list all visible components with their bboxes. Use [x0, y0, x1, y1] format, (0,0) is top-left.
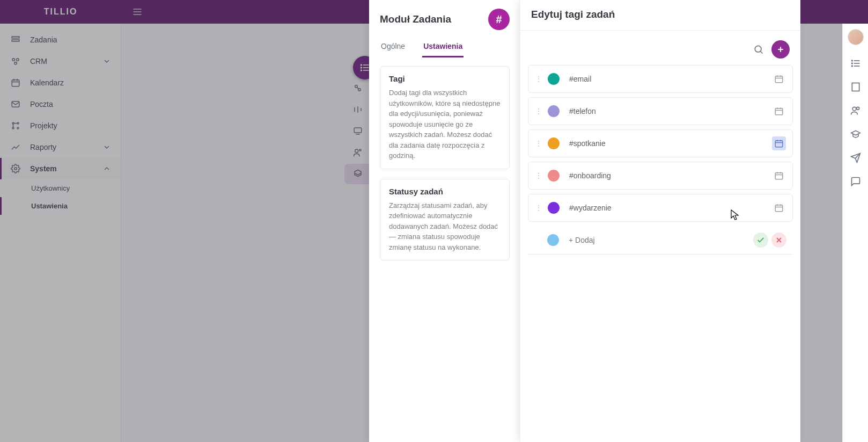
svg-point-72	[851, 60, 852, 61]
rail-chat-button[interactable]	[850, 176, 861, 187]
calendar-icon	[774, 74, 784, 84]
settings-card[interactable]: Statusy zadańZarządzaj statusami zadań, …	[380, 179, 510, 261]
panel1-tab-ogólne[interactable]: Ogólne	[380, 37, 406, 57]
tag-calendar-toggle[interactable]	[772, 136, 786, 150]
module-tasks-panel: Moduł Zadania # OgólneUstawienia TagiDod…	[369, 0, 520, 442]
list-icon	[850, 58, 861, 69]
new-tag-row	[528, 226, 793, 255]
rail-send-button[interactable]	[850, 153, 861, 163]
tag-row[interactable]: ⋮ #onboarding	[528, 162, 793, 190]
search-button[interactable]	[753, 44, 764, 55]
edit-tags-panel: Edytuj tagi zadań ⋮ #email ⋮ #telefon ⋮ …	[520, 0, 800, 442]
panel1-tabs: OgólneUstawienia	[369, 37, 520, 57]
tags-list: ⋮ #email ⋮ #telefon ⋮ #spotkanie ⋮ #onbo…	[520, 65, 800, 222]
panel1-body: TagiDodaj tagi dla wszystkich użytkownik…	[369, 57, 520, 279]
panel1-tab-ustawienia[interactable]: Ustawienia	[422, 37, 464, 57]
rail-list-button[interactable]	[850, 58, 861, 69]
card-text: Zarządzaj statusami zadań, aby zdefiniow…	[389, 200, 501, 253]
settings-card[interactable]: TagiDodaj tagi dla wszystkich użytkownik…	[380, 66, 510, 169]
svg-point-80	[852, 107, 856, 111]
svg-rect-75	[852, 83, 859, 91]
card-title: Tagi	[389, 74, 501, 83]
svg-rect-55	[775, 141, 783, 147]
card-title: Statusy zadań	[389, 187, 501, 196]
tag-name: #telefon	[569, 107, 596, 115]
user-avatar[interactable]	[848, 29, 864, 45]
svg-point-43	[755, 46, 761, 52]
tag-calendar-toggle[interactable]	[772, 104, 786, 118]
card-text: Dodaj tagi dla wszystkich użytkowników, …	[389, 88, 501, 161]
drag-handle[interactable]: ⋮	[535, 107, 548, 115]
cancel-add-button[interactable]	[771, 233, 786, 248]
x-icon	[775, 236, 783, 244]
tag-name: #email	[569, 75, 591, 83]
tag-color-swatch[interactable]	[548, 137, 560, 149]
calendar-icon	[774, 203, 784, 213]
graduation-icon	[850, 129, 861, 140]
tag-color-swatch[interactable]	[548, 105, 560, 117]
search-icon	[753, 44, 764, 55]
tag-name: #onboarding	[569, 171, 611, 180]
tag-name: #spotkanie	[569, 139, 606, 148]
tag-color-swatch[interactable]	[548, 170, 560, 182]
svg-point-81	[856, 107, 859, 110]
svg-rect-51	[775, 108, 783, 115]
calendar-icon	[774, 171, 784, 180]
calendar-icon	[774, 106, 784, 116]
tag-row[interactable]: ⋮ #email	[528, 65, 793, 93]
drag-handle[interactable]: ⋮	[535, 139, 548, 148]
svg-point-73	[851, 63, 852, 64]
tag-row[interactable]: ⋮ #spotkanie	[528, 129, 793, 157]
rail-graduation-button[interactable]	[850, 129, 861, 140]
users-icon	[850, 105, 861, 116]
new-tag-input[interactable]	[569, 236, 750, 244]
tag-color-swatch[interactable]	[548, 73, 560, 85]
tag-row[interactable]: ⋮ #telefon	[528, 97, 793, 125]
drag-handle[interactable]: ⋮	[535, 204, 548, 212]
svg-rect-47	[775, 76, 783, 83]
check-icon	[756, 236, 765, 244]
tag-color-swatch[interactable]	[548, 202, 560, 214]
svg-line-44	[761, 52, 763, 54]
right-rail	[842, 24, 868, 442]
svg-rect-59	[775, 173, 783, 179]
tag-row[interactable]: ⋮ #wydarzenie	[528, 194, 793, 222]
panel1-title: Moduł Zadania	[380, 13, 451, 25]
add-tag-button[interactable]	[771, 40, 790, 59]
rail-users-button[interactable]	[850, 105, 861, 116]
paper-plane-icon	[850, 153, 861, 163]
rail-building-button[interactable]	[850, 82, 861, 92]
hash-badge: #	[488, 9, 510, 30]
chat-icon	[850, 176, 861, 187]
calendar-icon	[774, 139, 784, 148]
panel2-title: Edytuj tagi zadań	[531, 9, 790, 20]
plus-icon	[776, 45, 785, 54]
tag-name: #wydarzenie	[569, 204, 612, 212]
tag-calendar-toggle[interactable]	[772, 201, 786, 215]
new-tag-color-swatch[interactable]	[547, 234, 559, 246]
drag-handle[interactable]: ⋮	[535, 75, 548, 83]
drag-handle[interactable]: ⋮	[535, 171, 548, 180]
svg-rect-63	[775, 205, 783, 212]
tag-calendar-toggle[interactable]	[772, 169, 786, 183]
confirm-add-button[interactable]	[753, 233, 768, 248]
svg-point-74	[851, 66, 852, 67]
tag-calendar-toggle[interactable]	[772, 72, 786, 86]
building-icon	[850, 82, 861, 92]
